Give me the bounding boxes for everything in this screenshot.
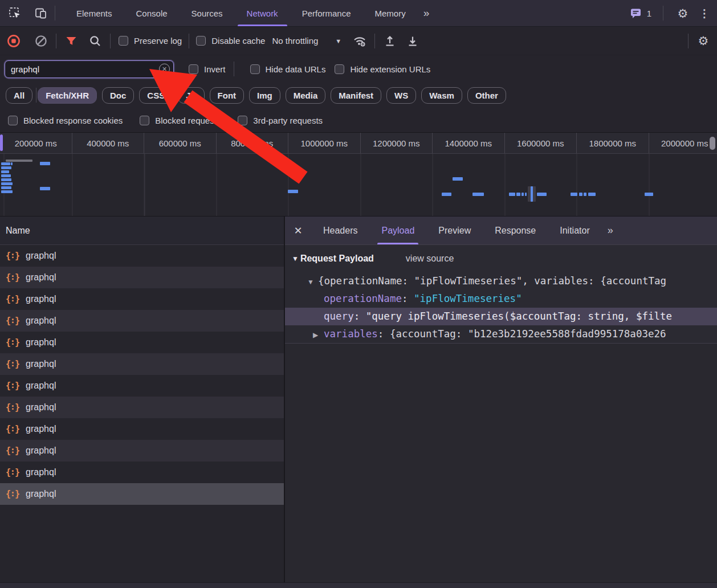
resource-type-chip[interactable]: Manifest xyxy=(331,87,381,104)
resource-type-chip[interactable]: Img xyxy=(249,87,280,104)
filter-icon[interactable] xyxy=(62,32,80,50)
more-tabs-icon[interactable]: » xyxy=(418,0,436,26)
request-row[interactable]: {∶} graphql xyxy=(0,353,284,375)
checkbox[interactable] xyxy=(196,36,206,46)
waterfall-bar xyxy=(453,177,463,181)
preserve-log-label: Preserve log xyxy=(134,36,182,46)
resource-type-chip[interactable]: Fetch/XHR xyxy=(38,87,97,104)
preserve-log-checkbox[interactable]: Preserve log xyxy=(119,36,182,46)
record-network-log-button[interactable] xyxy=(5,32,23,50)
resource-type-chip[interactable]: CSS xyxy=(139,87,173,104)
details-tab[interactable]: Payload xyxy=(369,217,426,244)
main-tab[interactable]: Memory xyxy=(363,0,418,26)
request-row[interactable]: {∶} graphql xyxy=(0,418,284,440)
device-toolbar-icon[interactable] xyxy=(32,4,50,22)
payload-row[interactable]: operationName: "ipFlowTimeseries" xyxy=(285,290,717,308)
resource-type-chip[interactable]: Wasm xyxy=(421,87,462,104)
disable-cache-checkbox[interactable]: Disable cache xyxy=(196,36,265,46)
checkbox[interactable] xyxy=(119,36,128,46)
request-row[interactable]: {∶} graphql xyxy=(0,462,284,483)
resource-type-chip[interactable]: WS xyxy=(386,87,416,104)
waterfall[interactable] xyxy=(0,154,717,217)
resource-type-chip[interactable]: Other xyxy=(467,87,506,104)
request-row[interactable]: {∶} graphql xyxy=(0,245,284,267)
export-har-icon[interactable] xyxy=(404,32,422,50)
invert-checkbox[interactable]: Invert xyxy=(189,64,226,74)
checkbox[interactable] xyxy=(140,116,149,125)
request-row[interactable]: {∶} graphql xyxy=(0,332,284,353)
hide-data-urls-label: Hide data URLs xyxy=(266,64,326,74)
resource-type-chip[interactable]: JS xyxy=(178,87,204,104)
name-column-header[interactable]: Name xyxy=(0,217,284,245)
payload-row[interactable]: query: "query ipFlowTimeseries($accountT… xyxy=(285,308,717,325)
checkbox[interactable] xyxy=(250,64,260,74)
request-payload-section-header[interactable]: ▼ Request Payload view source xyxy=(285,245,717,272)
clear-filter-icon[interactable]: ✕ xyxy=(159,64,170,75)
request-row[interactable]: {∶} graphql xyxy=(0,310,284,332)
request-filter-checkbox[interactable]: 3rd-party requests xyxy=(238,116,323,125)
checkbox[interactable] xyxy=(238,116,247,125)
request-row[interactable]: {∶} graphql xyxy=(0,397,284,418)
payload-empty-area xyxy=(285,344,717,588)
waterfall-bar xyxy=(522,193,524,196)
main-tab[interactable]: Elements xyxy=(64,0,124,26)
waterfall-bar xyxy=(40,187,50,190)
request-filter-checkbox[interactable]: Blocked requests xyxy=(140,116,221,125)
throttling-select[interactable]: No throttling ▼ xyxy=(272,36,341,46)
resource-type-chip[interactable]: Media xyxy=(286,87,326,104)
details-tab[interactable]: Preview xyxy=(426,217,483,244)
inspect-element-icon[interactable] xyxy=(6,4,24,22)
main-tab[interactable]: Performance xyxy=(290,0,363,26)
main-tab[interactable]: Sources xyxy=(180,0,235,26)
main-tab[interactable]: Console xyxy=(124,0,180,26)
filter-input[interactable] xyxy=(5,60,174,78)
request-name: graphql xyxy=(26,467,56,477)
clear-network-log-button[interactable] xyxy=(32,32,50,50)
waterfall-bar xyxy=(1,174,11,177)
timeline-scroll-marker[interactable] xyxy=(0,134,3,151)
more-details-tabs-icon[interactable]: » xyxy=(602,217,620,244)
hide-data-urls-checkbox[interactable]: Hide data URLs xyxy=(250,64,326,74)
payload-row[interactable]: ▶variables: {accountTag: "b12e3b2192ee55… xyxy=(285,325,717,343)
details-tab[interactable]: Headers xyxy=(311,217,369,244)
resource-type-chip[interactable]: Font xyxy=(210,87,244,104)
checkbox[interactable] xyxy=(8,116,18,125)
network-conditions-icon[interactable] xyxy=(351,32,369,50)
kebab-menu-icon[interactable]: ⋮ xyxy=(699,4,710,22)
view-source-link[interactable]: view source xyxy=(406,254,454,264)
main-tab[interactable]: Network xyxy=(235,0,290,26)
bottom-scroll-strip[interactable] xyxy=(0,582,717,588)
hide-extension-urls-checkbox[interactable]: Hide extension URLs xyxy=(335,64,430,74)
collapsed-triangle-icon[interactable]: ▶ xyxy=(313,326,324,343)
payload-row[interactable]: ▼{operationName: "ipFlowTimeseries", var… xyxy=(285,272,717,290)
request-name: graphql xyxy=(26,272,56,283)
import-har-icon[interactable] xyxy=(381,32,399,50)
request-filter-checkbox[interactable]: Blocked response cookies xyxy=(8,116,123,125)
timeline-header[interactable]: 200000 ms400000 ms600000 ms800000 ms1000… xyxy=(0,132,717,154)
request-row[interactable]: {∶} graphql xyxy=(0,483,284,505)
close-panel-icon[interactable]: ✕ xyxy=(285,217,311,244)
network-settings-gear-icon[interactable]: ⚙ xyxy=(694,32,712,50)
checkbox[interactable] xyxy=(189,64,198,74)
request-row[interactable]: {∶} graphql xyxy=(0,288,284,310)
timeline-tick-label: 1200000 ms xyxy=(361,133,433,153)
messages-icon[interactable] xyxy=(629,4,643,22)
resource-type-chip[interactable]: Doc xyxy=(102,87,134,104)
collapse-triangle-icon[interactable]: ▼ xyxy=(292,255,299,263)
request-row[interactable]: {∶} graphql xyxy=(0,267,284,288)
request-row[interactable]: {∶} graphql xyxy=(0,440,284,462)
payload-token: operationName xyxy=(324,293,402,304)
resource-type-chip[interactable]: All xyxy=(6,87,32,104)
search-icon[interactable] xyxy=(86,32,104,50)
details-tab[interactable]: Response xyxy=(483,217,548,244)
expanded-triangle-icon[interactable]: ▼ xyxy=(307,273,318,290)
fetch-xhr-icon: {∶} xyxy=(6,446,19,456)
waterfall-bar xyxy=(472,193,484,196)
request-row[interactable]: {∶} graphql xyxy=(0,375,284,397)
timeline-tick-label: 400000 ms xyxy=(72,133,145,153)
settings-gear-icon[interactable]: ⚙ xyxy=(674,4,692,22)
details-tab[interactable]: Initiator xyxy=(548,217,601,244)
main-tabs: ElementsConsoleSourcesNetworkPerformance… xyxy=(64,0,418,26)
checkbox[interactable] xyxy=(335,64,344,74)
timeline-scroll-nub[interactable] xyxy=(710,137,715,150)
